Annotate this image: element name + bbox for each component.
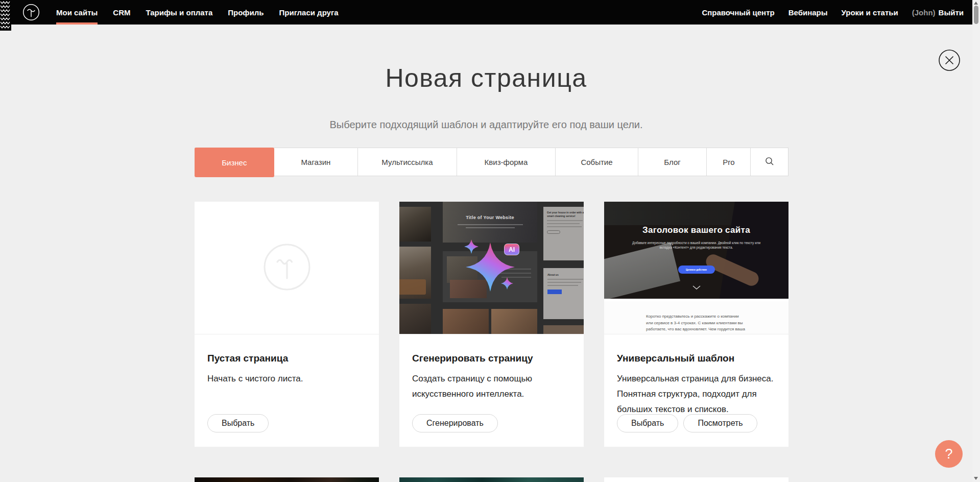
preview-photo-tile	[399, 304, 431, 334]
card-body: Сгенерировать страницу Создать страницу …	[399, 334, 584, 446]
tilda-watermark-icon	[262, 243, 312, 294]
close-icon	[939, 65, 960, 73]
select-button[interactable]: Выбрать	[207, 414, 269, 432]
tilda-logo-icon[interactable]	[22, 4, 40, 21]
card-body: Пустая страница Начать с чистого листа. …	[195, 334, 379, 446]
scrollbar-thumb[interactable]	[974, 6, 978, 24]
card-description: Универсальная страница для бизнеса. Поня…	[617, 371, 776, 417]
close-button[interactable]	[939, 50, 960, 71]
template-card-partial[interactable]	[399, 477, 584, 482]
user-group: (John) Выйти	[912, 0, 964, 25]
ai-badge: AI	[504, 244, 519, 255]
preview-photo-tile	[399, 207, 431, 242]
ai-sparkles-icon	[448, 235, 535, 303]
nav-item-pricing[interactable]: Тарифы и оплата	[146, 0, 212, 25]
scrollbar-down-arrow[interactable]	[974, 477, 978, 480]
nav-item-lessons[interactable]: Уроки и статьи	[842, 0, 898, 25]
help-button[interactable]: ?	[935, 440, 963, 468]
main-menu: Мои сайты CRM Тарифы и оплата Профиль Пр…	[56, 0, 339, 25]
preview-doc-heading: Get your house in order with a smart cle…	[547, 211, 584, 218]
card-body: Универсальный шаблон Универсальная стран…	[604, 334, 788, 446]
tab-multilink[interactable]: Мультиссылка	[357, 148, 457, 176]
card-title: Сгенерировать страницу	[412, 353, 571, 364]
tab-quiz-form[interactable]: Квиз-форма	[457, 148, 556, 176]
nav-item-webinars[interactable]: Вебинары	[788, 0, 828, 25]
preview-photo-pair-tile	[443, 309, 537, 334]
preview-hero-heading: Заголовок вашего сайта	[604, 225, 788, 235]
scrollbar-up-arrow[interactable]	[974, 2, 978, 5]
scrollbar[interactable]	[972, 0, 980, 482]
page-title: Новая страница	[0, 63, 972, 93]
template-card-ai-generate[interactable]: Title of Your Website Get your house in …	[399, 202, 584, 447]
preview-hero-subheading: Добавьте интересные подробности о вашей …	[628, 240, 766, 250]
select-button[interactable]: Выбрать	[617, 414, 678, 432]
template-card-blank[interactable]: Пустая страница Начать с чистого листа. …	[195, 202, 379, 447]
nav-item-profile[interactable]: Профиль	[228, 0, 264, 25]
template-cards-row: Пустая страница Начать с чистого листа. …	[195, 202, 788, 447]
tab-business[interactable]: Бизнес	[195, 148, 274, 177]
template-card-universal[interactable]: Заголовок вашего сайта Добавьте интересн…	[604, 202, 788, 447]
template-category-tabs: Бизнес Магазин Мультиссылка Квиз-форма С…	[195, 148, 788, 176]
preview-about-tile: About us	[543, 268, 584, 319]
card-title: Пустая страница	[207, 353, 366, 364]
tab-store[interactable]: Магазин	[274, 148, 358, 176]
nav-item-crm[interactable]: CRM	[113, 0, 130, 25]
generate-button[interactable]: Сгенерировать	[412, 414, 498, 432]
card-description: Начать с чистого листа.	[207, 371, 366, 387]
tab-search[interactable]	[750, 148, 788, 176]
ai-generate-preview: Title of Your Website Get your house in …	[399, 202, 584, 334]
preview-photo-tile	[399, 247, 431, 299]
preview-site-title: Title of Your Website	[443, 215, 537, 220]
top-nav: Мои сайты CRM Тарифы и оплата Профиль Пр…	[0, 0, 972, 25]
card-title: Универсальный шаблон	[617, 353, 776, 364]
template-cards-row-2	[195, 477, 788, 482]
user-name: (John)	[912, 8, 936, 17]
template-card-partial[interactable]	[604, 477, 788, 482]
chevron-down-icon	[692, 282, 701, 292]
nav-item-help-center[interactable]: Справочный центр	[702, 0, 774, 25]
tab-blog[interactable]: Блог	[638, 148, 707, 176]
logout-link[interactable]: Выйти	[939, 8, 964, 17]
tab-event[interactable]: Событие	[555, 148, 638, 176]
preview-cta-button: Целевое действие	[678, 266, 715, 274]
nav-item-invite-friend[interactable]: Пригласи друга	[279, 0, 338, 25]
view-button[interactable]: Посмотреть	[683, 414, 757, 432]
search-icon	[765, 157, 774, 167]
universal-template-preview: Заголовок вашего сайта Добавьте интересн…	[604, 202, 788, 334]
zigzag-pattern-decoration	[0, 0, 11, 31]
tab-pro[interactable]: Pro	[706, 148, 750, 176]
secondary-menu: Справочный центр Вебинары Уроки и статьи…	[702, 0, 964, 25]
preview-doc-tile: Get your house in order with a smart cle…	[543, 207, 584, 260]
template-card-partial[interactable]	[195, 477, 379, 482]
preview-hero: Заголовок вашего сайта Добавьте интересн…	[604, 202, 788, 299]
preview-photo-tile	[543, 325, 584, 334]
preview-text-section: Коротко представьтесь и расскажите о ком…	[604, 301, 788, 334]
preview-body-text: Коротко представьтесь и расскажите о ком…	[646, 314, 746, 334]
blank-page-preview	[195, 202, 379, 334]
nav-item-my-sites[interactable]: Мои сайты	[56, 0, 98, 25]
preview-about-heading: About us	[547, 273, 584, 277]
card-description: Создать страницу с помощью искусственног…	[412, 371, 560, 402]
page-subtitle: Выберите подходящий шаблон и адаптируйте…	[0, 119, 972, 131]
